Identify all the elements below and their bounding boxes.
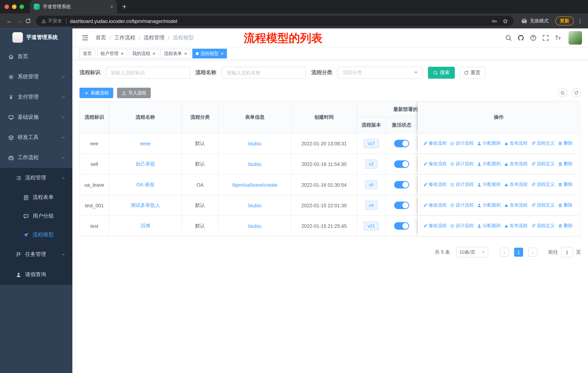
close-icon[interactable]: ×: [153, 51, 156, 56]
form-info-link[interactable]: biubiu: [248, 202, 261, 208]
process-name-link[interactable]: 测试多审批人: [131, 202, 160, 208]
tab-tag-1[interactable]: 首页: [79, 49, 95, 58]
create-process-button[interactable]: 新建流程: [79, 88, 113, 98]
action-definition-link[interactable]: 流程定义: [531, 202, 555, 208]
active-toggle[interactable]: [394, 140, 409, 147]
action-design-link[interactable]: 设计流程: [450, 140, 474, 147]
process-name-input[interactable]: [222, 67, 306, 79]
breadcrumb-item[interactable]: 首页: [96, 34, 106, 41]
action-design-link[interactable]: 设计流程: [450, 161, 474, 167]
action-modify-link[interactable]: 修改流程: [423, 223, 447, 229]
action-publish-link[interactable]: 发布流程: [504, 223, 528, 229]
close-icon[interactable]: ×: [184, 51, 187, 56]
form-info-link[interactable]: biubiu: [248, 223, 261, 229]
sidebar-item-process-model[interactable]: 流程模型: [0, 226, 72, 244]
page-size-select[interactable]: 10条/页: [456, 247, 488, 258]
import-process-button[interactable]: 导入流程: [117, 88, 151, 98]
process-name-link[interactable]: eeee: [140, 141, 151, 146]
action-definition-link[interactable]: 流程定义: [531, 140, 555, 147]
help-icon[interactable]: [530, 34, 537, 41]
process-name-link[interactable]: 自己审批: [136, 161, 155, 167]
process-key-input[interactable]: [106, 67, 190, 79]
form-info-link[interactable]: biubiu: [248, 141, 261, 146]
action-delete-link[interactable]: 删除: [558, 181, 573, 188]
active-toggle[interactable]: [394, 202, 409, 209]
prev-page-button[interactable]: ‹: [500, 248, 509, 257]
action-assign-link[interactable]: 分配规则: [477, 140, 501, 147]
window-minimize-button[interactable]: [12, 5, 17, 9]
address-bar[interactable]: 不安全 dashboard.yudao.iocoder.cn/bpm/manag…: [36, 16, 514, 26]
process-name-link[interactable]: OA 请假: [136, 182, 154, 187]
refresh-table-button[interactable]: [572, 89, 581, 97]
security-chip[interactable]: 不安全: [41, 18, 62, 24]
action-publish-link[interactable]: 发布流程: [504, 161, 528, 167]
action-delete-link[interactable]: 删除: [558, 202, 573, 208]
tab-tag-3[interactable]: 我的流程×: [129, 49, 159, 58]
tab-tag-4[interactable]: 流程表单×: [161, 49, 190, 58]
sidebar-item-user-group[interactable]: 用户分组: [0, 207, 72, 226]
github-icon[interactable]: [517, 34, 524, 41]
action-assign-link[interactable]: 分配规则: [477, 161, 501, 167]
tab-tag-5[interactable]: 流程模型×: [192, 49, 227, 58]
category-select[interactable]: 流程分类: [337, 67, 423, 79]
back-icon[interactable]: ←: [5, 16, 14, 26]
hamburger-icon[interactable]: [81, 34, 89, 41]
action-modify-link[interactable]: 修改流程: [423, 181, 447, 188]
action-definition-link[interactable]: 流程定义: [531, 161, 555, 167]
process-name-link[interactable]: 滔博: [140, 223, 150, 229]
action-delete-link[interactable]: 删除: [558, 223, 573, 229]
user-avatar[interactable]: [568, 31, 582, 45]
close-icon[interactable]: ×: [121, 51, 124, 56]
action-modify-link[interactable]: 修改流程: [423, 140, 447, 147]
tab-tag-2[interactable]: 租户管理×: [97, 49, 127, 58]
action-assign-link[interactable]: 分配规则: [477, 202, 501, 208]
fullscreen-icon[interactable]: [542, 34, 549, 41]
sidebar-item-infra[interactable]: 基础设施: [0, 107, 72, 127]
reload-icon[interactable]: [24, 18, 32, 24]
sidebar-item-devtools[interactable]: 研发工具: [0, 128, 72, 148]
bookmark-star-icon[interactable]: [503, 18, 508, 24]
action-definition-link[interactable]: 流程定义: [531, 181, 555, 188]
goto-page-input[interactable]: [561, 247, 573, 258]
window-close-button[interactable]: [5, 5, 9, 9]
form-info-link[interactable]: biubiu: [248, 161, 261, 167]
action-assign-link[interactable]: 分配规则: [477, 181, 501, 188]
action-modify-link[interactable]: 修改流程: [423, 202, 447, 208]
browser-menu-icon[interactable]: ⋮: [577, 18, 583, 24]
action-definition-link[interactable]: 流程定义: [531, 223, 555, 229]
sidebar-item-process-form[interactable]: 流程表单: [0, 188, 72, 207]
active-toggle[interactable]: [394, 181, 409, 189]
new-tab-button[interactable]: +: [122, 2, 126, 11]
action-design-link[interactable]: 设计流程: [450, 181, 474, 188]
action-design-link[interactable]: 设计流程: [450, 202, 474, 208]
action-publish-link[interactable]: 发布流程: [504, 181, 528, 188]
search-icon[interactable]: [505, 34, 512, 41]
toggle-search-button[interactable]: [558, 89, 567, 97]
sidebar-item-workflow[interactable]: 工作流程: [0, 148, 72, 168]
font-size-icon[interactable]: [555, 34, 561, 41]
action-publish-link[interactable]: 发布流程: [504, 140, 528, 147]
sidebar-item-process-mgmt[interactable]: 流程管理: [0, 168, 72, 188]
forward-icon[interactable]: →: [14, 16, 24, 26]
form-info-link[interactable]: /bpm/oa/leave/create: [232, 182, 278, 188]
password-key-icon[interactable]: [492, 18, 497, 24]
search-button[interactable]: 搜索: [428, 67, 455, 79]
tab-close-icon[interactable]: ×: [110, 4, 113, 10]
action-publish-link[interactable]: 发布流程: [504, 202, 528, 208]
active-toggle[interactable]: [394, 222, 409, 230]
browser-tab[interactable]: 芋道管理系统 ×: [30, 0, 117, 13]
sidebar-item-payment[interactable]: 支付管理: [0, 87, 72, 107]
sidebar-item-home[interactable]: 首页: [0, 46, 72, 67]
update-button[interactable]: 更新: [555, 17, 574, 26]
close-icon[interactable]: ×: [221, 51, 224, 56]
reset-button[interactable]: 重置: [459, 67, 485, 79]
action-modify-link[interactable]: 修改流程: [423, 161, 447, 167]
active-toggle[interactable]: [394, 161, 409, 168]
sidebar-item-leave-query[interactable]: 请假查询: [0, 265, 72, 285]
window-zoom-button[interactable]: [20, 5, 24, 9]
next-page-button[interactable]: ›: [528, 248, 537, 257]
action-delete-link[interactable]: 删除: [558, 161, 573, 167]
action-assign-link[interactable]: 分配规则: [477, 223, 501, 229]
action-design-link[interactable]: 设计流程: [450, 223, 474, 229]
page-number-1[interactable]: 1: [514, 248, 523, 257]
